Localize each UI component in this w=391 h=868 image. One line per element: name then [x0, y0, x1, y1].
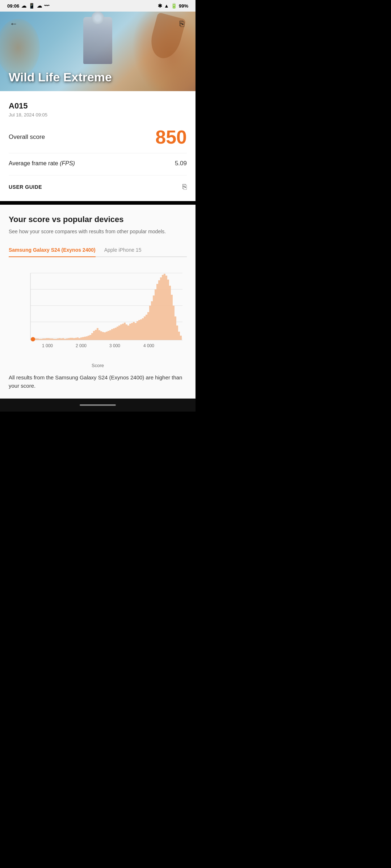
tab-apple-iphone15[interactable]: Apple iPhone 15 [104, 243, 142, 256]
svg-rect-85 [173, 306, 175, 340]
svg-rect-57 [122, 324, 124, 340]
status-right: ✱ ▲ 🔋 99% [158, 3, 188, 9]
result-date: Jul 18, 2024 09:05 [9, 112, 187, 118]
status-left: 09:06 ☁ 📱 ☁ 〰 [7, 3, 49, 9]
svg-rect-88 [178, 332, 180, 340]
fps-value: 5.09 [175, 160, 187, 167]
svg-rect-48 [106, 332, 108, 340]
svg-rect-78 [160, 277, 162, 340]
svg-rect-64 [135, 323, 136, 340]
svg-rect-80 [164, 274, 165, 340]
svg-rect-81 [165, 276, 167, 340]
svg-rect-77 [158, 280, 160, 340]
svg-rect-84 [171, 295, 173, 340]
svg-rect-54 [117, 327, 118, 340]
back-button[interactable]: ← [7, 17, 20, 30]
user-guide-row[interactable]: USER GUIDE ⎘ [9, 175, 187, 191]
svg-rect-27 [68, 338, 70, 340]
svg-rect-89 [180, 336, 182, 340]
svg-rect-39 [89, 335, 91, 340]
comparison-section: Your score vs popular devices See how yo… [0, 205, 196, 399]
svg-rect-25 [64, 339, 66, 340]
svg-rect-87 [176, 326, 178, 340]
tab-samsung-s24[interactable]: Samsung Galaxy S24 (Exynos 2400) [9, 243, 96, 256]
svg-rect-30 [73, 338, 75, 340]
hero-section: ← ⎘ Wild Life Extreme [0, 12, 196, 91]
svg-rect-22 [59, 338, 60, 340]
status-bar: 09:06 ☁ 📱 ☁ 〰 ✱ ▲ 🔋 99% [0, 0, 196, 12]
svg-rect-59 [126, 324, 127, 340]
svg-rect-79 [162, 275, 164, 340]
comparison-description: See how your score compares with results… [9, 228, 187, 235]
svg-rect-14 [44, 339, 46, 340]
svg-rect-35 [82, 337, 84, 340]
svg-rect-46 [102, 332, 104, 340]
svg-rect-76 [156, 284, 158, 340]
svg-rect-17 [50, 339, 51, 340]
svg-rect-33 [79, 338, 80, 340]
sim-icon: 📱 [29, 3, 35, 9]
device-tabs: Samsung Galaxy S24 (Exynos 2400) Apple i… [9, 243, 187, 257]
svg-text:3 000: 3 000 [109, 343, 120, 348]
result-card: A015 Jul 18, 2024 09:05 Overall score 85… [0, 91, 196, 201]
svg-rect-36 [84, 337, 86, 340]
svg-rect-9 [35, 339, 37, 340]
comparison-summary-text: All results from the Samsung Galaxy S24 … [9, 374, 187, 390]
hero-navigation: ← ⎘ [0, 12, 196, 36]
time-display: 09:06 [7, 3, 19, 9]
svg-rect-43 [97, 328, 98, 340]
svg-rect-52 [113, 328, 115, 340]
wifi-icon: ▲ [164, 3, 169, 9]
fps-label: Average frame rate (FPS) [9, 160, 75, 167]
svg-rect-41 [93, 331, 95, 340]
comparison-title: Your score vs popular devices [9, 215, 187, 224]
svg-rect-73 [151, 301, 153, 340]
svg-rect-82 [167, 280, 169, 340]
signal-icon: 〰 [44, 3, 49, 9]
result-id: A015 [9, 101, 187, 111]
svg-text:4 000: 4 000 [143, 343, 154, 348]
svg-text:1 000: 1 000 [42, 343, 53, 348]
cloud-icon: ☁ [37, 3, 42, 9]
battery-level: 99% [179, 3, 188, 9]
svg-rect-24 [62, 338, 64, 340]
share-icon-small[interactable]: ⎘ [182, 183, 187, 191]
home-indicator [80, 404, 116, 406]
overall-score-label: Overall score [9, 133, 45, 141]
weather-icon: ☁ [21, 3, 26, 9]
svg-rect-20 [55, 339, 57, 340]
svg-rect-70 [146, 315, 147, 340]
svg-rect-32 [77, 337, 79, 340]
svg-rect-16 [48, 338, 50, 340]
svg-text:2 000: 2 000 [76, 343, 87, 348]
overall-score-row: Overall score 850 [9, 128, 187, 146]
svg-rect-62 [131, 323, 133, 340]
svg-rect-23 [60, 339, 62, 340]
svg-rect-42 [95, 330, 97, 340]
fps-row: Average frame rate (FPS) 5.09 [9, 153, 187, 167]
svg-rect-53 [115, 328, 117, 340]
share-icon-hero: ⎘ [180, 19, 184, 29]
svg-rect-67 [140, 319, 142, 340]
svg-rect-50 [109, 330, 111, 340]
svg-rect-34 [80, 337, 82, 340]
svg-rect-19 [53, 339, 55, 340]
svg-rect-18 [51, 339, 53, 340]
bottom-navigation-bar [0, 399, 196, 412]
svg-rect-51 [111, 329, 113, 340]
score-chart: 1 000 2 000 3 000 4 000 Score [9, 266, 187, 367]
back-icon: ← [10, 19, 18, 29]
overall-score-value: 850 [155, 128, 187, 146]
svg-rect-83 [169, 286, 171, 340]
svg-rect-56 [120, 324, 122, 340]
svg-rect-10 [37, 339, 39, 340]
svg-rect-66 [138, 320, 140, 340]
svg-rect-69 [144, 316, 146, 340]
svg-rect-61 [129, 324, 131, 340]
svg-rect-40 [91, 333, 93, 340]
share-button-hero[interactable]: ⎘ [175, 17, 188, 30]
svg-rect-45 [100, 331, 102, 340]
chart-x-axis-label: Score [9, 363, 187, 368]
benchmark-title: Wild Life Extreme [9, 71, 112, 84]
svg-rect-21 [57, 339, 59, 340]
